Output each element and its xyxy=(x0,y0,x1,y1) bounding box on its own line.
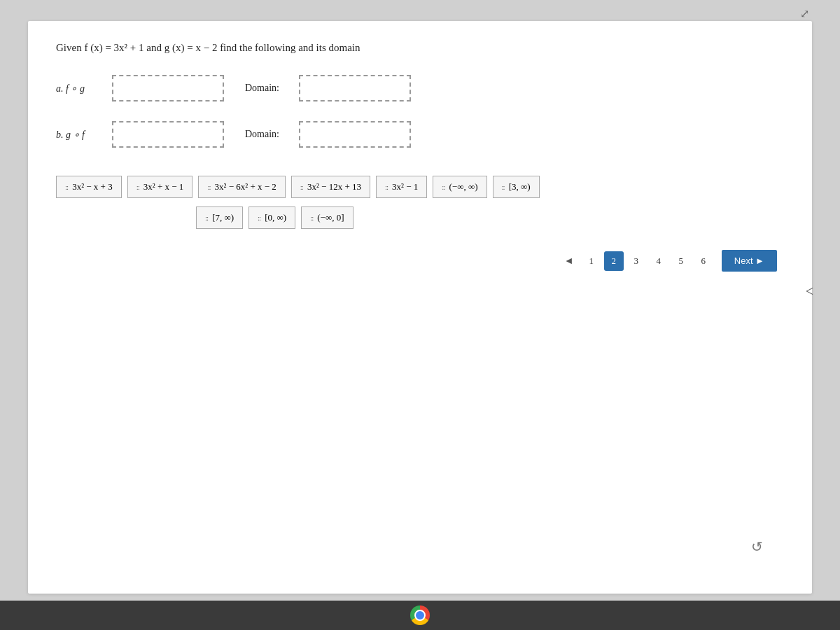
parts-section: a. f ∘ g Domain: b. g ∘ f Domain: xyxy=(56,75,784,148)
drag-handle-8: :: xyxy=(205,214,208,222)
drag-item-7[interactable]: :: [3, ∞) xyxy=(493,176,540,198)
drag-row-2: :: [7, ∞) :: [0, ∞) :: (−∞, 0] xyxy=(56,206,784,229)
drag-item-5[interactable]: :: 3x² − 1 xyxy=(376,176,427,198)
page-6[interactable]: 6 xyxy=(694,251,713,271)
drag-item-6-label: (−∞, ∞) xyxy=(449,181,477,192)
part-a-answer-box[interactable] xyxy=(112,75,224,102)
drag-item-5-label: 3x² − 1 xyxy=(392,181,418,192)
drag-handle-3: :: xyxy=(207,183,210,191)
drag-item-9-label: [0, ∞) xyxy=(265,212,286,223)
page-2-active[interactable]: 2 xyxy=(604,251,624,271)
part-a-row: a. f ∘ g Domain: xyxy=(56,75,784,102)
part-a-domain-label: Domain: xyxy=(245,83,279,94)
drag-handle-9: :: xyxy=(258,214,260,222)
resize-icon[interactable]: ⤢ xyxy=(800,7,809,20)
drag-options-area: :: 3x² − x + 3 :: 3x² + x − 1 :: 3x² − 6… xyxy=(56,176,784,229)
drag-item-1-label: 3x² − x + 3 xyxy=(72,181,113,192)
drag-item-2-label: 3x² + x − 1 xyxy=(144,181,184,192)
drag-item-3[interactable]: :: 3x² − 6x² + x − 2 xyxy=(198,176,285,198)
drag-item-10[interactable]: :: (−∞, 0] xyxy=(301,206,353,229)
drag-row-1: :: 3x² − x + 3 :: 3x² + x − 1 :: 3x² − 6… xyxy=(56,176,784,198)
part-b-label: b. g ∘ f xyxy=(56,129,98,141)
drag-item-6[interactable]: :: (−∞, ∞) xyxy=(433,176,486,198)
undo-icon[interactable]: ↺ xyxy=(751,538,763,555)
page-5[interactable]: 5 xyxy=(671,251,691,271)
drag-handle-1: :: xyxy=(65,183,68,191)
question-paper: Given f (x) = 3x² + 1 and g (x) = x − 2 … xyxy=(28,21,812,594)
drag-item-8[interactable]: :: [7, ∞) xyxy=(196,206,243,229)
drag-handle-4: :: xyxy=(300,183,303,191)
page-1[interactable]: 1 xyxy=(582,251,601,271)
question-title: Given f (x) = 3x² + 1 and g (x) = x − 2 … xyxy=(56,42,784,54)
part-b-row: b. g ∘ f Domain: xyxy=(56,121,784,148)
drag-item-4[interactable]: :: 3x² − 12x + 13 xyxy=(291,176,370,198)
drag-handle-10: :: xyxy=(310,214,313,222)
taskbar xyxy=(0,601,840,630)
part-b-domain-label: Domain: xyxy=(245,129,279,140)
drag-item-2[interactable]: :: 3x² + x − 1 xyxy=(127,176,193,198)
part-b-answer-box[interactable] xyxy=(112,121,224,148)
drag-item-10-label: (−∞, 0] xyxy=(317,212,344,223)
drag-item-8-label: [7, ∞) xyxy=(212,212,234,223)
drag-item-4-label: 3x² − 12x + 13 xyxy=(307,181,361,192)
chrome-icon[interactable] xyxy=(410,606,430,625)
page-4[interactable]: 4 xyxy=(649,251,668,271)
part-b-domain-box[interactable] xyxy=(299,121,411,148)
drag-item-1[interactable]: :: 3x² − x + 3 xyxy=(56,176,122,198)
drag-item-9[interactable]: :: [0, ∞) xyxy=(248,206,295,229)
pagination-row: ◄ 1 2 3 4 5 6 Next ► xyxy=(56,250,784,272)
drag-item-3-label: 3x² − 6x² + x − 2 xyxy=(215,181,276,192)
drag-handle-6: :: xyxy=(442,183,444,191)
next-button[interactable]: Next ► xyxy=(722,250,777,272)
page-3[interactable]: 3 xyxy=(626,251,646,271)
prev-page-arrow[interactable]: ◄ xyxy=(559,251,579,271)
drag-item-7-label: [3, ∞) xyxy=(509,181,531,192)
part-a-label: a. f ∘ g xyxy=(56,83,98,94)
drag-handle-7: :: xyxy=(502,183,505,191)
chevron-left-icon[interactable]: < xyxy=(806,284,813,300)
part-a-domain-box[interactable] xyxy=(299,75,411,102)
drag-handle-5: :: xyxy=(385,183,388,191)
drag-handle-2: :: xyxy=(136,183,139,191)
